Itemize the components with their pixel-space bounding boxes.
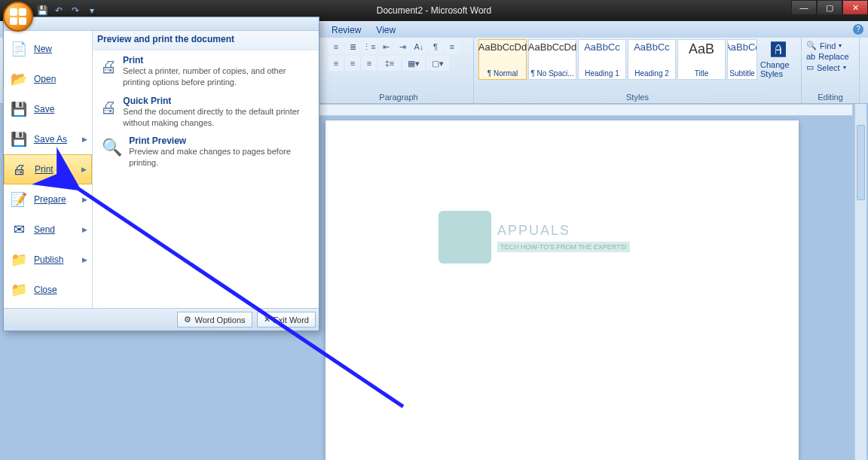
chevron-right-icon: ▶ xyxy=(82,136,87,143)
chevron-right-icon: ▶ xyxy=(82,196,87,203)
replace-button[interactable]: abReplace xyxy=(806,52,854,61)
publish-icon: 📁 xyxy=(8,249,29,270)
window-title: Document2 - Microsoft Word xyxy=(0,5,868,16)
office-menu-footer: ⚙Word Options ✕Exit Word xyxy=(4,308,319,331)
prepare-icon: 📝 xyxy=(8,189,29,210)
minimize-button[interactable]: — xyxy=(791,0,817,15)
menu-prepare[interactable]: 📝Prepare▶ xyxy=(4,184,92,215)
align-left-icon[interactable]: ≡ xyxy=(445,39,460,54)
align-center-icon[interactable]: ≡ xyxy=(329,56,344,71)
vertical-scrollbar[interactable] xyxy=(854,104,866,460)
paragraph-label: Paragraph xyxy=(329,93,469,103)
select-button[interactable]: ▭Select▾ xyxy=(806,62,854,72)
printer-icon: 🖨 xyxy=(100,55,117,79)
paragraph-group: ≡ ≣ ⋮≡ ⇤ ⇥ A↓ ¶ ≡ ≡ ≡ ≡ ‡≡ ▦▾ ▢▾ Paragra… xyxy=(324,38,474,103)
window-controls: — ▢ ✕ xyxy=(791,0,868,15)
exit-icon: ✕ xyxy=(264,315,270,324)
close-button[interactable]: ✕ xyxy=(842,0,868,15)
chevron-right-icon: ▶ xyxy=(81,166,87,173)
menu-open[interactable]: 📂Open xyxy=(4,64,92,94)
menu-publish[interactable]: 📁Publish▶ xyxy=(4,245,92,275)
menu-save[interactable]: 💾Save xyxy=(4,94,92,124)
styles-gallery[interactable]: AaBbCcDd¶ Normal AaBbCcDd¶ No Spaci... A… xyxy=(478,39,757,80)
save-icon[interactable]: 💾 xyxy=(36,5,48,17)
undo-icon[interactable]: ↶ xyxy=(53,5,65,17)
tab-view[interactable]: View xyxy=(368,23,403,38)
styles-group: AaBbCcDd¶ Normal AaBbCcDd¶ No Spaci... A… xyxy=(474,38,802,103)
style-subtitle[interactable]: AaBbCcSubtitle xyxy=(727,39,757,80)
editing-label: Editing xyxy=(806,93,854,103)
document-page[interactable]: APPUALS TECH HOW-TO'S FROM THE EXPERTS! xyxy=(326,120,799,460)
save-as-icon: 💾 xyxy=(8,129,29,150)
new-icon: 📄 xyxy=(8,38,29,59)
editing-group: 🔍Find▾ abReplace ▭Select▾ Editing xyxy=(802,38,860,103)
style-normal[interactable]: AaBbCcDd¶ Normal xyxy=(478,39,527,80)
find-button[interactable]: 🔍Find▾ xyxy=(806,41,854,50)
sub-quick-print[interactable]: 🖨 Quick PrintSend the document directly … xyxy=(100,96,311,129)
panel-header: Preview and print the document xyxy=(93,31,319,50)
print-icon: 🖨 xyxy=(9,159,30,180)
style-title[interactable]: AaBTitle xyxy=(677,39,726,80)
print-preview-icon: 🔍 xyxy=(100,136,123,160)
save-icon: 💾 xyxy=(8,99,29,120)
send-icon: ✉ xyxy=(8,219,29,240)
close-doc-icon: 📁 xyxy=(8,279,29,300)
scrollbar-thumb[interactable] xyxy=(857,125,865,200)
show-marks-icon[interactable]: ¶ xyxy=(428,39,443,54)
styles-label: Styles xyxy=(478,93,796,103)
office-menu-list: 📄New 📂Open 💾Save 💾Save As▶ 🖨Print▶ 📝Prep… xyxy=(4,31,93,308)
align-right-icon[interactable]: ≡ xyxy=(345,56,360,71)
menu-close[interactable]: 📁Close xyxy=(4,275,92,305)
change-styles-button[interactable]: 🅰 Change Styles xyxy=(760,39,796,80)
menu-save-as[interactable]: 💾Save As▶ xyxy=(4,124,92,154)
sub-print-preview[interactable]: 🔍 Print PreviewPreview and make changes … xyxy=(100,136,311,169)
numbering-icon[interactable]: ≣ xyxy=(345,39,360,54)
office-menu: 📄New 📂Open 💾Save 💾Save As▶ 🖨Print▶ 📝Prep… xyxy=(3,17,319,331)
office-menu-panel: Preview and print the document 🖨 PrintSe… xyxy=(93,31,319,308)
style-no-spacing[interactable]: AaBbCcDd¶ No Spaci... xyxy=(528,39,576,80)
style-heading2[interactable]: AaBbCcHeading 2 xyxy=(628,39,676,80)
watermark-brand: APPUALS xyxy=(497,223,630,239)
qat-dropdown-icon[interactable]: ▾ xyxy=(86,5,98,17)
menu-send[interactable]: ✉Send▶ xyxy=(4,215,92,245)
shading-icon[interactable]: ▦▾ xyxy=(402,56,425,71)
help-icon[interactable]: ? xyxy=(853,24,863,35)
bullets-icon[interactable]: ≡ xyxy=(329,39,344,54)
office-button[interactable] xyxy=(3,2,33,32)
line-spacing-icon[interactable]: ‡≡ xyxy=(378,56,401,71)
chevron-right-icon: ▶ xyxy=(82,256,87,264)
options-icon: ⚙ xyxy=(184,315,191,324)
quick-print-icon: 🖨 xyxy=(100,96,117,120)
sub-print[interactable]: 🖨 PrintSelect a printer, number of copie… xyxy=(100,55,311,88)
chevron-right-icon: ▶ xyxy=(82,226,87,233)
redo-icon[interactable]: ↷ xyxy=(69,5,81,17)
maximize-button[interactable]: ▢ xyxy=(817,0,842,15)
style-heading1[interactable]: AaBbCcHeading 1 xyxy=(578,39,626,80)
tab-review[interactable]: Review xyxy=(324,23,368,38)
decrease-indent-icon[interactable]: ⇤ xyxy=(378,39,393,54)
justify-icon[interactable]: ≡ xyxy=(362,56,377,71)
exit-word-button[interactable]: ✕Exit Word xyxy=(257,312,316,327)
multilevel-icon[interactable]: ⋮≡ xyxy=(362,39,377,54)
watermark-character-icon xyxy=(439,211,491,264)
replace-icon: ab xyxy=(806,52,815,61)
menu-new[interactable]: 📄New xyxy=(4,34,92,64)
select-icon: ▭ xyxy=(806,62,814,72)
borders-icon[interactable]: ▢▾ xyxy=(426,56,449,71)
word-options-button[interactable]: ⚙Word Options xyxy=(177,312,252,327)
watermark: APPUALS TECH HOW-TO'S FROM THE EXPERTS! xyxy=(439,211,630,264)
increase-indent-icon[interactable]: ⇥ xyxy=(395,39,410,54)
find-icon: 🔍 xyxy=(806,41,817,50)
watermark-sub: TECH HOW-TO'S FROM THE EXPERTS! xyxy=(497,242,630,252)
open-icon: 📂 xyxy=(8,69,29,90)
change-styles-icon: 🅰 xyxy=(771,41,786,59)
sort-icon[interactable]: A↓ xyxy=(411,39,426,54)
menu-print[interactable]: 🖨Print▶ xyxy=(4,154,92,184)
